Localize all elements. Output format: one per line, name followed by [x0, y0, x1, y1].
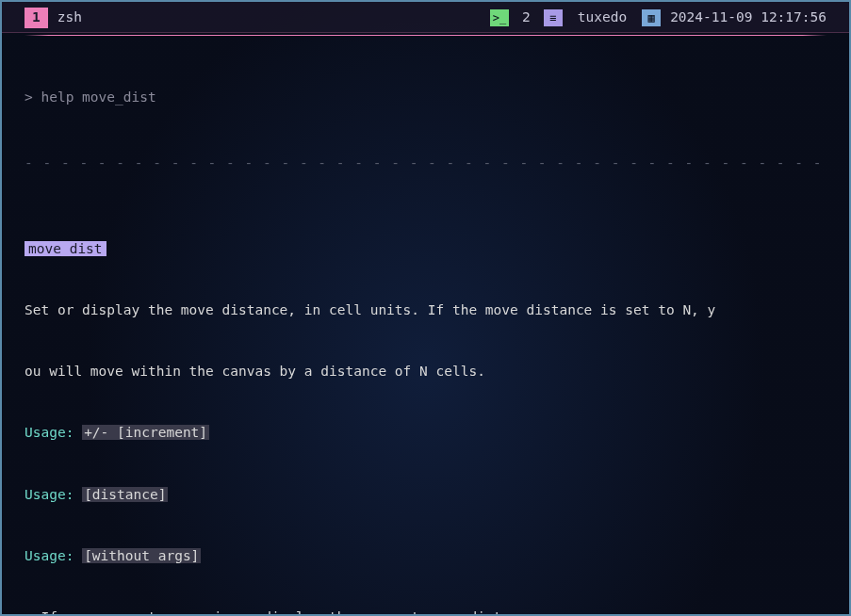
help-title: move_dist — [25, 241, 106, 256]
tab-title[interactable]: zsh — [57, 8, 82, 28]
usage-arg: [without args] — [82, 548, 201, 563]
hostname: tuxedo — [572, 8, 632, 28]
help-desc: ou will move within the canvas by a dist… — [25, 362, 826, 382]
usage-arg: [distance] — [82, 487, 168, 502]
command-text: help move_dist — [41, 89, 155, 105]
usage-label: Usage: — [25, 487, 74, 502]
calendar-icon: ▦ — [642, 9, 661, 26]
datetime: 2024-11-09 12:17:56 — [670, 8, 826, 28]
terminal-output[interactable]: > help move_dist - - - - - - - - - - - -… — [2, 36, 849, 616]
divider: - - - - - - - - - - - - - - - - - - - - … — [25, 154, 826, 174]
tab-number-badge[interactable]: 1 — [25, 8, 48, 28]
pane-count: 2 — [518, 8, 534, 28]
terminal-icon: >_ — [490, 9, 509, 26]
prompt-symbol: > — [25, 89, 41, 105]
help-desc: Set or display the move distance, in cel… — [25, 300, 826, 321]
tab-bar: 1 zsh >_ 2 ≡ tuxedo ▦ 2024-11-09 12:17:5… — [2, 2, 849, 33]
usage-label: Usage: — [25, 425, 74, 440]
host-icon: ≡ — [544, 9, 563, 26]
help-bullet: - If no arguments are given, display the… — [25, 608, 826, 616]
usage-label: Usage: — [25, 548, 74, 563]
usage-arg: +/- [increment] — [82, 425, 209, 440]
